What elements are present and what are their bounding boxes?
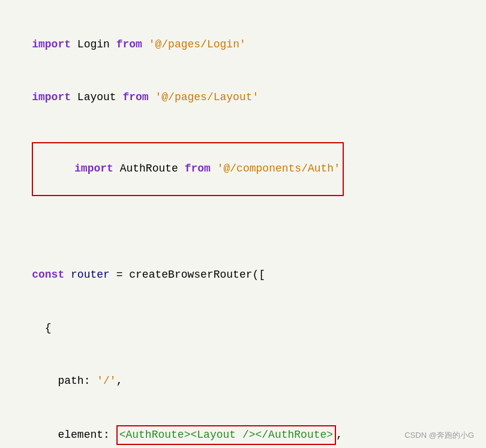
- keyword-import: import: [32, 38, 71, 50]
- keyword-from: from: [116, 38, 142, 50]
- import-layout-line: import Layout from '@/pages/Layout': [6, 71, 480, 124]
- path-slash-line: path: '/',: [6, 354, 480, 407]
- path-layout-str: '@/pages/Layout': [155, 91, 259, 103]
- empty-line-2: [6, 231, 480, 249]
- module-authroute: AuthRoute: [120, 163, 178, 175]
- module-login: Login: [77, 38, 110, 50]
- watermark: CSDN @奔跑的小G: [404, 429, 474, 442]
- keyword-from3: from: [185, 163, 211, 175]
- path-root-str: '/': [97, 375, 116, 387]
- path-login-str: '@/pages/Login': [149, 38, 246, 50]
- keyword-import2: import: [32, 91, 71, 103]
- authroute-highlight-box: import AuthRoute from '@/components/Auth…: [32, 142, 344, 196]
- code-block: import Login from '@/pages/Login' import…: [6, 12, 480, 448]
- path-auth-str: '@/components/Auth': [217, 163, 340, 175]
- var-router: router: [71, 269, 110, 281]
- open-brace-1: {: [6, 302, 480, 354]
- keyword-import3: import: [74, 163, 113, 175]
- const-router-line: const router = createBrowserRouter([: [6, 248, 480, 301]
- keyword-from2: from: [122, 91, 148, 103]
- import-login-line: import Login from '@/pages/Login': [6, 18, 480, 71]
- fn-createbrowserrouter: createBrowserRouter: [129, 269, 252, 281]
- empty-line-1: [6, 214, 480, 231]
- element-authroute-highlight: <AuthRoute><Layout /></AuthRoute>: [116, 425, 336, 445]
- keyword-const: const: [32, 269, 64, 281]
- import-authroute-line: import AuthRoute from '@/components/Auth…: [6, 124, 480, 214]
- module-layout: Layout: [77, 91, 116, 103]
- tag-authroute-open: <AuthRoute><Layout /></AuthRoute>: [119, 429, 333, 441]
